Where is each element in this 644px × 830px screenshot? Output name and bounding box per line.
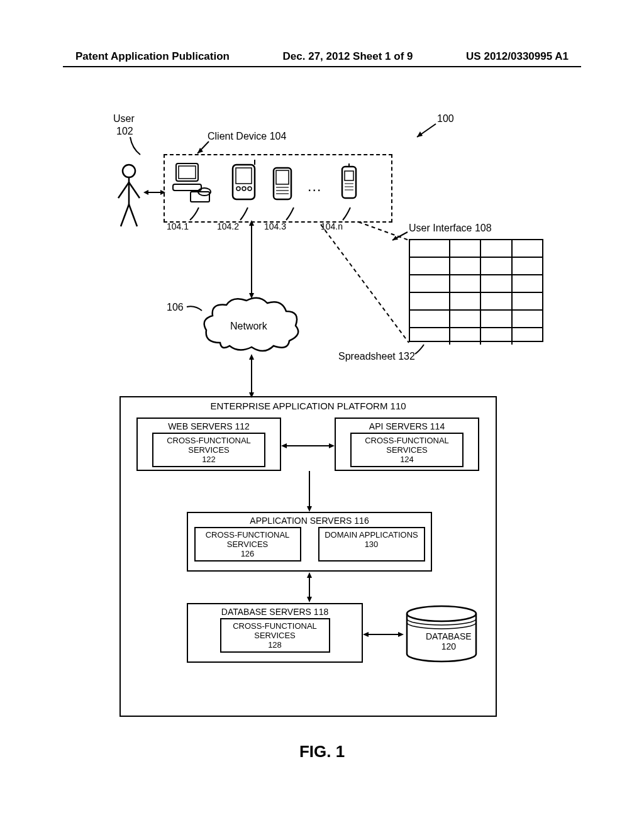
enterprise-platform-box: ENTERPRISE APPLICATION PLATFORM 110 WEB … — [119, 396, 497, 717]
domain-apps-label: DOMAIN APPLICATIONS — [323, 530, 420, 540]
api-servers-label: API SERVERS 114 — [336, 421, 478, 431]
api-cfs-no: 124 — [355, 455, 458, 464]
handheld-icon — [270, 167, 294, 201]
client-lead-icon — [195, 140, 211, 155]
svg-marker-46 — [281, 443, 287, 448]
app-db-arrow-icon — [305, 572, 314, 602]
svg-point-21 — [242, 187, 246, 191]
svg-line-5 — [129, 182, 140, 198]
svg-point-2 — [123, 165, 135, 177]
platform-title: ENTERPRISE APPLICATION PLATFORM 110 — [121, 397, 496, 411]
svg-rect-14 — [179, 166, 196, 179]
user-label: User — [113, 113, 135, 124]
api-cfs-box: CROSS-FUNCTIONAL SERVICES 124 — [350, 433, 464, 467]
header-right: US 2012/0330995 A1 — [466, 50, 569, 63]
figure-label: FIG. 1 — [0, 742, 644, 761]
db-servers-label: DATABASE SERVERS 118 — [188, 607, 362, 617]
ellipsis: ... — [308, 182, 322, 194]
network-label: Network — [230, 321, 267, 332]
svg-marker-47 — [329, 443, 335, 448]
db-servers-box: DATABASE SERVERS 118 CROSS-FUNCTIONAL SE… — [187, 603, 363, 663]
svg-point-20 — [236, 187, 240, 191]
ref-100: 100 — [437, 113, 454, 124]
d1-lead-icon — [189, 206, 201, 222]
client-device-label: Client Device 104 — [208, 131, 286, 142]
user-lead-line-icon — [129, 136, 145, 156]
user-icon — [113, 163, 145, 230]
svg-marker-9 — [143, 190, 148, 195]
header-divider — [63, 66, 581, 67]
svg-rect-19 — [236, 168, 252, 184]
ref-104-3: 104.3 — [264, 221, 286, 231]
phone-icon — [338, 163, 360, 201]
user-client-arrow-icon — [143, 189, 165, 196]
app-servers-box: APPLICATION SERVERS 116 CROSS-FUNCTIONAL… — [187, 512, 432, 572]
svg-rect-25 — [276, 170, 289, 184]
svg-marker-40 — [249, 220, 254, 226]
svg-rect-30 — [345, 171, 353, 180]
svg-marker-54 — [363, 632, 369, 637]
app-cfs-no: 126 — [199, 549, 296, 558]
desktop-icon — [170, 160, 214, 204]
svg-point-56 — [407, 606, 476, 621]
to-app-arrow-icon — [305, 471, 314, 512]
db-cfs-no: 128 — [225, 640, 325, 650]
svg-marker-55 — [398, 632, 404, 637]
spreadsheet-grid — [409, 239, 543, 342]
pda-icon — [230, 158, 258, 201]
network-platform-arrow-icon — [247, 354, 256, 398]
svg-point-22 — [248, 187, 252, 191]
header-left: Patent Application Publication — [75, 50, 230, 63]
web-servers-label: WEB SERVERS 112 — [138, 421, 280, 431]
web-servers-box: WEB SERVERS 112 CROSS-FUNCTIONAL SERVICE… — [136, 418, 281, 471]
api-cfs-label: CROSS-FUNCTIONAL SERVICES — [355, 436, 458, 455]
ui-lead-icon — [390, 230, 409, 243]
web-cfs-box: CROSS-FUNCTIONAL SERVICES 122 — [152, 433, 265, 467]
svg-rect-17 — [191, 192, 209, 202]
svg-line-7 — [129, 204, 137, 226]
ui-label: User Interface 108 — [409, 223, 492, 234]
db-cfs-label: CROSS-FUNCTIONAL SERVICES — [225, 621, 325, 640]
client-network-arrow-icon — [247, 220, 256, 299]
app-cfs-box: CROSS-FUNCTIONAL SERVICES 126 — [194, 527, 301, 562]
network-ref: 106 — [167, 302, 184, 313]
spreadsheet-lead-icon — [414, 343, 426, 355]
svg-marker-49 — [307, 506, 312, 512]
dn-lead-icon — [341, 206, 353, 222]
svg-marker-52 — [307, 597, 312, 602]
web-cfs-label: CROSS-FUNCTIONAL SERVICES — [157, 436, 260, 455]
dbserver-db-arrow-icon — [363, 630, 404, 639]
header-middle: Dec. 27, 2012 Sheet 1 of 9 — [283, 50, 413, 63]
page-header: Patent Application Publication Dec. 27, … — [0, 50, 644, 63]
web-cfs-no: 122 — [157, 455, 260, 464]
api-servers-box: API SERVERS 114 CROSS-FUNCTIONAL SERVICE… — [335, 418, 479, 471]
svg-marker-51 — [307, 572, 312, 578]
figure-1-diagram: 100 User 102 Client Device 104 — [69, 101, 560, 729]
network-lead-icon — [186, 302, 204, 314]
svg-line-6 — [121, 204, 129, 226]
app-servers-label: APPLICATION SERVERS 116 — [188, 516, 431, 526]
ref-104-2: 104.2 — [217, 221, 239, 231]
spreadsheet-label: Spreadsheet 132 — [338, 351, 415, 362]
svg-marker-43 — [249, 354, 254, 360]
domain-apps-no: 130 — [323, 540, 420, 549]
web-api-arrow-icon — [281, 441, 335, 450]
db-cfs-box: CROSS-FUNCTIONAL SERVICES 128 — [220, 618, 330, 653]
domain-apps-box: DOMAIN APPLICATIONS 130 — [318, 527, 425, 562]
database-label: DATABASE 120 — [426, 631, 472, 651]
ref-100-arrow-icon — [414, 121, 439, 140]
svg-rect-15 — [173, 184, 201, 191]
svg-line-4 — [118, 182, 129, 198]
d3-lead-icon — [285, 206, 296, 222]
app-cfs-label: CROSS-FUNCTIONAL SERVICES — [199, 530, 296, 549]
ref-104-1: 104.1 — [167, 221, 189, 231]
